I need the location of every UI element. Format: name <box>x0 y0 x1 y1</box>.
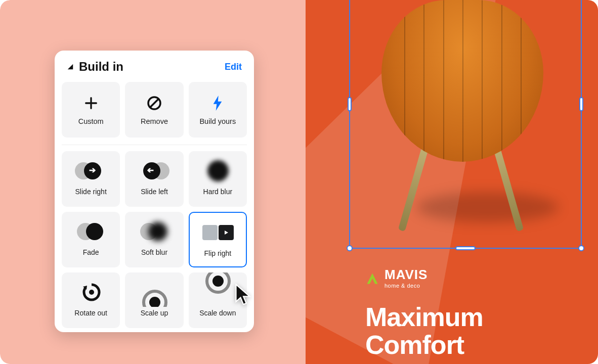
fade-thumb <box>71 217 111 246</box>
brand-logo-icon <box>365 271 379 286</box>
headline-line-2: Comfort <box>365 331 483 359</box>
anim-label: Soft blur <box>141 248 167 256</box>
edit-button[interactable]: Edit <box>225 62 242 72</box>
build-yours-action-label: Build yours <box>199 117 236 125</box>
anim-soft-blur[interactable]: Soft blur <box>125 212 183 267</box>
chair-image[interactable] <box>366 0 559 233</box>
canvas-preview: MAVIS home & deco Maximum Comfort <box>306 0 598 364</box>
anim-label: Slide left <box>141 188 168 196</box>
resize-handle-right[interactable] <box>579 97 583 111</box>
slide-left-thumb: ➔ <box>134 156 175 186</box>
panel-header: Build in Edit <box>55 51 254 82</box>
anim-hard-blur[interactable]: Hard blur <box>189 151 247 207</box>
soft-blur-thumb <box>134 217 175 246</box>
panel-title: Build in <box>79 60 123 74</box>
anim-flip-right[interactable]: Flip right <box>189 212 247 267</box>
anim-label: Fade <box>83 248 99 256</box>
anim-rotate-out[interactable]: Rotate out <box>62 272 120 328</box>
brand-block: MAVIS home & deco <box>365 268 428 289</box>
hard-blur-thumb <box>197 156 238 186</box>
remove-action[interactable]: Remove <box>125 82 183 138</box>
left-background: Build in Edit Custom Remove <box>0 0 306 364</box>
anim-scale-up[interactable]: Scale up <box>125 272 183 328</box>
plus-icon <box>82 94 100 112</box>
anim-label: Slide right <box>75 188 107 196</box>
remove-action-label: Remove <box>141 117 168 125</box>
anim-slide-left[interactable]: ➔ Slide left <box>125 151 183 207</box>
anim-slide-right[interactable]: ➔ Slide right <box>62 151 120 207</box>
brand-subtitle: home & deco <box>385 283 428 289</box>
custom-action-label: Custom <box>78 117 104 125</box>
panel-divider <box>62 145 247 145</box>
headline-line-1: Maximum <box>365 303 483 331</box>
anim-label: Scale up <box>141 309 168 317</box>
cursor-icon <box>234 283 252 306</box>
brand-name: MAVIS <box>385 268 428 281</box>
animation-grid: ➔ Slide right ➔ Slide left Hard blur <box>55 151 254 328</box>
prohibit-icon <box>145 94 163 112</box>
svg-point-2 <box>89 290 94 295</box>
slide-right-thumb: ➔ <box>71 156 111 186</box>
build-yours-action[interactable]: Build yours <box>189 82 247 138</box>
anim-label: Flip right <box>204 249 231 257</box>
flip-right-thumb <box>197 218 238 247</box>
anim-label: Rotate out <box>74 309 107 317</box>
anim-label: Scale down <box>199 309 236 317</box>
anim-label: Hard blur <box>203 188 233 196</box>
panel-title-wrap: Build in <box>67 60 123 74</box>
scale-down-thumb <box>197 278 238 307</box>
rotate-out-thumb <box>71 278 111 307</box>
resize-handle-br[interactable] <box>578 245 584 251</box>
anim-fade[interactable]: Fade <box>62 212 120 267</box>
custom-action[interactable]: Custom <box>62 82 120 138</box>
svg-line-1 <box>150 99 158 107</box>
resize-handle-bottom[interactable] <box>455 246 476 250</box>
headline-text: Maximum Comfort <box>365 303 483 358</box>
build-in-panel: Build in Edit Custom Remove <box>55 51 254 332</box>
bolt-icon <box>208 94 227 112</box>
action-row: Custom Remove Build yours <box>55 82 254 138</box>
scale-up-thumb <box>134 278 175 307</box>
triangle-indicator-icon <box>67 63 74 70</box>
